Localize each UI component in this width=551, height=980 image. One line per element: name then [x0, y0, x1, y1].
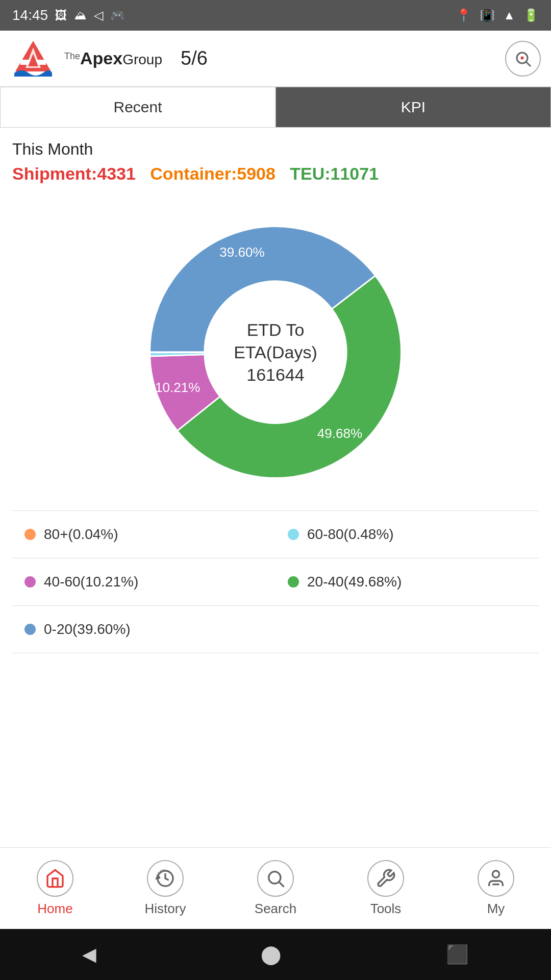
- legend-item-20-40[interactable]: 20-40(49.68%): [276, 558, 539, 605]
- search-header-icon: [514, 50, 532, 68]
- image-icon: 🖼: [55, 8, 67, 22]
- sys-home-button[interactable]: ⬤: [261, 944, 281, 965]
- tools-icon: [375, 868, 396, 889]
- svg-point-6: [521, 56, 524, 59]
- svg-text:49.68%: 49.68%: [317, 426, 363, 441]
- legend-label-40-60: 40-60(10.21%): [44, 574, 138, 590]
- system-nav-bar: ◀ ⬤ ⬛: [0, 929, 551, 980]
- legend-row-1: 80+(0.04%) 60-80(0.48%): [12, 511, 539, 558]
- nav-search[interactable]: Search: [220, 860, 331, 917]
- svg-point-10: [205, 281, 346, 423]
- donut-chart-svg: 39.60%49.68%10.21%: [128, 204, 423, 500]
- bottom-nav: Home History Search Tools: [0, 847, 551, 929]
- page-indicator: 5/6: [181, 47, 208, 69]
- tab-recent[interactable]: Recent: [0, 87, 276, 128]
- donut-chart: 39.60%49.68%10.21% ETD To ETA(Days) 1616…: [12, 194, 539, 510]
- search-icon-circle: [257, 860, 294, 897]
- legend-dot-40-60: [24, 576, 36, 587]
- vibrate-icon: 📳: [480, 8, 495, 22]
- svg-text:39.60%: 39.60%: [219, 244, 264, 260]
- header-search-button[interactable]: [505, 41, 541, 77]
- arrow-icon: ◁: [94, 8, 103, 22]
- mountain-icon: ⛰: [74, 8, 87, 22]
- stat-teu: TEU:11071: [290, 164, 379, 183]
- battery-icon: 🔋: [523, 8, 539, 22]
- legend-label-80plus: 80+(0.04%): [44, 526, 118, 543]
- legend-item-40-60[interactable]: 40-60(10.21%): [12, 558, 276, 605]
- search-icon: [265, 868, 286, 889]
- svg-point-14: [492, 871, 499, 877]
- legend-dot-20-40: [288, 576, 299, 587]
- nav-my[interactable]: My: [441, 860, 551, 917]
- legend-item-0-20[interactable]: 0-20(39.60%): [12, 606, 539, 653]
- tab-bar: Recent KPI: [0, 87, 551, 128]
- sys-recent-button[interactable]: ⬛: [446, 944, 469, 965]
- tab-kpi[interactable]: KPI: [276, 87, 551, 128]
- nav-tools-label: Tools: [370, 901, 402, 917]
- nav-search-label: Search: [255, 901, 296, 917]
- logo: [10, 38, 56, 79]
- svg-line-5: [527, 62, 531, 66]
- nav-my-label: My: [487, 901, 505, 917]
- person-icon: [486, 868, 506, 889]
- status-bar: 14:45 🖼 ⛰ ◁ 🎮 📍 📳 ▲ 🔋: [0, 0, 551, 31]
- status-time: 14:45: [12, 7, 48, 23]
- location-icon: 📍: [456, 8, 471, 22]
- my-icon-circle: [478, 860, 514, 897]
- legend-row-3: 0-20(39.60%): [12, 606, 539, 653]
- stats-row: Shipment:4331 Container:5908 TEU:11071: [12, 164, 539, 184]
- history-icon: [155, 868, 176, 889]
- legend-item-60-80[interactable]: 60-80(0.48%): [276, 511, 539, 558]
- legend-dot-0-20: [24, 624, 36, 635]
- nav-tools[interactable]: Tools: [331, 860, 441, 917]
- sys-back-button[interactable]: ◀: [82, 944, 96, 965]
- section-title: This Month: [12, 140, 539, 159]
- svg-point-12: [269, 872, 281, 884]
- wifi-icon: ▲: [503, 8, 515, 22]
- nav-history[interactable]: History: [110, 860, 220, 917]
- stat-shipment: Shipment:4331: [12, 164, 140, 183]
- svg-line-13: [280, 883, 284, 887]
- legend-dot-80plus: [24, 529, 36, 540]
- content-area: This Month Shipment:4331 Container:5908 …: [0, 128, 551, 653]
- legend-row-2: 40-60(10.21%) 20-40(49.68%): [12, 558, 539, 606]
- nav-home[interactable]: Home: [0, 860, 110, 917]
- brand-name: TheApexGroup: [64, 49, 162, 68]
- home-icon-circle: [37, 860, 73, 897]
- legend-label-60-80: 60-80(0.48%): [307, 526, 394, 543]
- nav-home-label: Home: [37, 901, 72, 917]
- chart-legend: 80+(0.04%) 60-80(0.48%) 40-60(10.21%) 20…: [12, 510, 539, 653]
- home-icon: [45, 868, 65, 889]
- history-icon-circle: [147, 860, 184, 897]
- legend-dot-60-80: [288, 529, 299, 540]
- steering-icon: 🎮: [110, 8, 126, 22]
- stat-container: Container:5908: [150, 164, 280, 183]
- svg-text:10.21%: 10.21%: [155, 380, 201, 395]
- header: TheApexGroup 5/6: [0, 31, 551, 87]
- legend-label-0-20: 0-20(39.60%): [44, 621, 131, 638]
- legend-item-80plus[interactable]: 80+(0.04%): [12, 511, 276, 558]
- legend-label-20-40: 20-40(49.68%): [307, 574, 402, 590]
- tools-icon-circle: [367, 860, 404, 897]
- nav-history-label: History: [145, 901, 186, 917]
